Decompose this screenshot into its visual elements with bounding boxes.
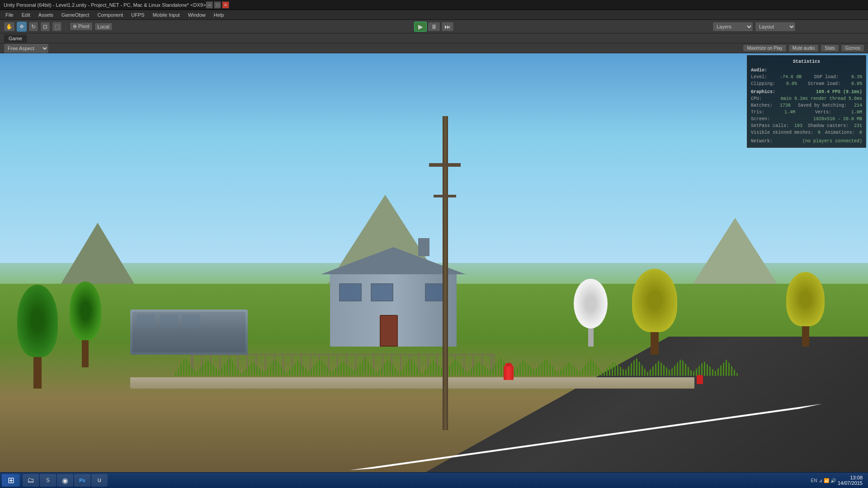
taskbar-explorer[interactable]: 🗂 [23, 474, 39, 487]
cpu-label: CPU: [751, 95, 762, 102]
audio-clipping-label: Clipping: [751, 80, 775, 87]
cpu-value: main 9.1ms render thread 5.6ms [781, 95, 862, 102]
audio-clipping-value: 0.0% [786, 80, 797, 87]
step-button[interactable]: ⏭ [441, 22, 454, 32]
minimize-button[interactable]: ─ [206, 1, 213, 9]
mute-audio-button[interactable]: Mute audio [788, 44, 819, 52]
maximize-on-play-button[interactable]: Maximize on Play [743, 44, 786, 52]
pivot-icon: ⊕ [73, 23, 77, 29]
audio-clipping-row: Clipping: 0.0% Stream load: 0.0% [751, 80, 862, 87]
game-view-header: Game [0, 33, 868, 43]
unity-icon: U [98, 478, 101, 483]
shadow-value: 231 [854, 122, 862, 129]
menu-bar: File Edit Assets GameObject Component UF… [0, 10, 868, 20]
visible-value: 0 [818, 129, 821, 136]
verts-value: 1.0M [851, 109, 862, 116]
menu-component[interactable]: Component [94, 11, 127, 19]
visible-label: Visible skinned meshes: [751, 129, 813, 136]
screen-value: 1920x510 - 20.0 MB [813, 116, 862, 122]
audio-level-row: Level: -74.6 dB DSP load: 0.3% [751, 74, 862, 80]
animations-value: 0 [859, 129, 862, 136]
clock-date: 14/07/2015 [838, 480, 863, 486]
menu-help[interactable]: Help [210, 11, 228, 19]
tris-row: Tris: 1.4M Verts: 1.0M [751, 109, 862, 116]
aspect-dropdown[interactable]: Free Aspect [4, 43, 49, 53]
trailer [130, 310, 248, 355]
menu-mobileinput[interactable]: Mobile Input [149, 11, 184, 19]
move-tool-button[interactable]: ✥ [17, 22, 27, 32]
taskbar: ⊞ 🗂 S ◉ Ps U EN ⊿ 📶 🔊 13:08 14/07/2015 [0, 472, 868, 488]
house [330, 274, 457, 347]
taskbar-tray: EN ⊿ 📶 🔊 13:08 14/07/2015 [807, 475, 866, 486]
layout-dropdown[interactable]: Layout [755, 22, 796, 32]
power-pole [443, 116, 448, 430]
stats-overlay: Statistics Audio: Level: -74.6 dB DSP lo… [747, 55, 866, 148]
window-controls[interactable]: ─ □ ✕ [206, 1, 229, 9]
network-row: Network: (no players connected) [751, 138, 862, 145]
network-value: (no players connected) [802, 138, 862, 145]
audio-stream-label: Stream load: [808, 80, 840, 87]
taskbar-unity[interactable]: U [91, 474, 108, 487]
rect-tool-button[interactable]: ⬚ [52, 22, 62, 32]
tree-right-1 [632, 264, 677, 355]
setpass-row: SetPass calls: 193 Shadow casters: 231 [751, 122, 862, 129]
gizmos-button[interactable]: Gizmos [841, 44, 864, 52]
play-controls: ▶ ⏸ ⏭ [414, 22, 454, 32]
graphics-section-label: Graphics: 109.4 FPS (9.1ms) [751, 89, 862, 95]
taskbar-chrome[interactable]: ◉ [57, 474, 73, 487]
saved-by-value: 214 [854, 102, 862, 109]
shadow-label: Shadow casters: [808, 122, 849, 129]
tree-left [70, 277, 101, 367]
close-button[interactable]: ✕ [222, 1, 229, 9]
saved-by-label: Saved by batching: [798, 102, 847, 109]
audio-section-label: Audio: [751, 67, 862, 74]
audio-dsp-value: 0.3% [851, 74, 862, 80]
scale-tool-button[interactable]: ⊡ [40, 22, 50, 32]
game-toolbar: Free Aspect Maximize on Play Mute audio … [0, 43, 868, 53]
pause-button[interactable]: ⏸ [428, 22, 440, 32]
stats-button[interactable]: Stats [821, 44, 839, 52]
hand-tool-button[interactable]: ✋ [4, 22, 15, 32]
menu-gameobject[interactable]: GameObject [58, 11, 93, 19]
fire-hydrant [504, 366, 514, 380]
menu-file[interactable]: File [2, 11, 17, 19]
start-button[interactable]: ⊞ [2, 474, 20, 487]
taskbar-clock: 13:08 14/07/2015 [838, 475, 863, 486]
photoshop-icon: Ps [79, 478, 85, 483]
verts-label: Verts: [815, 109, 831, 116]
layers-dropdown[interactable]: Layers [712, 22, 753, 32]
game-tab[interactable]: Game [4, 34, 27, 42]
menu-assets[interactable]: Assets [35, 11, 57, 19]
rotate-tool-button[interactable]: ↻ [28, 22, 38, 32]
tris-label: Tris: [751, 109, 764, 116]
local-button[interactable]: Local [94, 23, 113, 31]
batches-row: Batches: 1738 Saved by batching: 214 [751, 102, 862, 109]
screen-label: Screen: [751, 116, 770, 122]
clock-time: 13:08 [838, 475, 863, 480]
audio-level-label: Level: [751, 74, 767, 80]
screen-row: Screen: 1920x510 - 20.0 MB [751, 116, 862, 122]
taskbar-steam[interactable]: S [40, 474, 56, 487]
menu-edit[interactable]: Edit [18, 11, 34, 19]
menu-window[interactable]: Window [184, 11, 209, 19]
layers-layout-controls: Layers Layout [712, 22, 796, 32]
setpass-label: SetPass calls: [751, 122, 789, 129]
stats-header: Statistics [751, 58, 862, 65]
batches-label: Batches: [751, 102, 773, 109]
explorer-icon: 🗂 [27, 476, 34, 484]
fire-hydrant-2 [697, 375, 703, 384]
taskbar-photoshop[interactable]: Ps [74, 474, 90, 487]
tree-white [574, 274, 608, 347]
maximize-button[interactable]: □ [214, 1, 221, 9]
pivot-button[interactable]: ⊕ Pivot [70, 22, 93, 31]
tris-value: 1.4M [784, 109, 795, 116]
menu-ufps[interactable]: UFPS [127, 11, 148, 19]
audio-dsp-label: DSP load: [814, 74, 839, 80]
title-text: Unity Personal (64bit) - Level1.2.unity … [4, 2, 206, 8]
toolbar: ✋ ✥ ↻ ⊡ ⬚ ⊕ Pivot Local ▶ ⏸ ⏭ Layers Lay… [0, 20, 868, 33]
batches-value: 1738 [780, 102, 791, 109]
cpu-row: CPU: main 9.1ms render thread 5.6ms [751, 95, 862, 102]
play-button[interactable]: ▶ [414, 22, 427, 32]
game-view-viewport[interactable]: Statistics Audio: Level: -74.6 dB DSP lo… [0, 53, 868, 472]
chrome-icon: ◉ [62, 476, 68, 485]
